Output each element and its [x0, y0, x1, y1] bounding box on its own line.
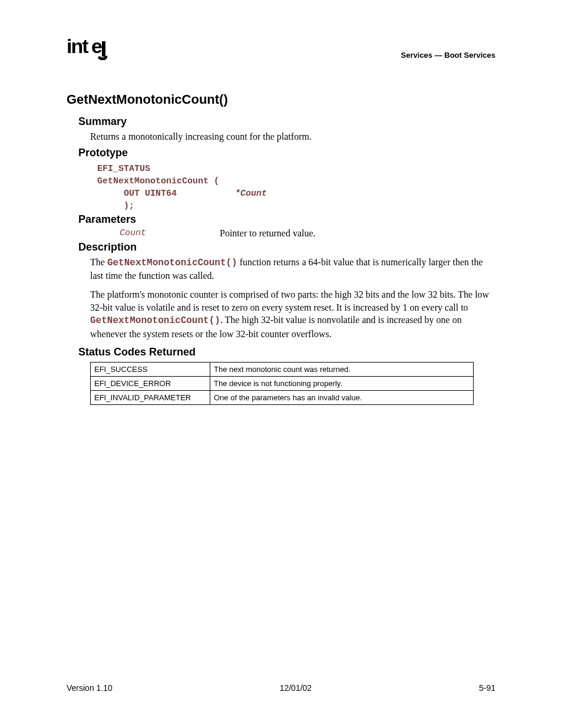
page-header: int e Services — Boot Services: [67, 37, 495, 62]
svg-text:e: e: [91, 37, 102, 57]
text-run: The: [90, 257, 107, 267]
status-code: EFI_INVALID_PARAMETER: [91, 391, 210, 405]
table-row: EFI_DEVICE_ERROR The device is not funct…: [91, 377, 474, 391]
text-run: The platform's monotonic counter is comp…: [90, 289, 489, 312]
inline-code: GetNextMonotonicCount(): [107, 258, 237, 268]
intel-logo: int e: [67, 37, 108, 62]
code-line: );: [97, 201, 134, 211]
prototype-code: EFI_STATUS GetNextMonotonicCount ( OUT U…: [97, 163, 495, 212]
summary-heading: Summary: [78, 116, 495, 128]
parameter-name: Count: [120, 228, 220, 239]
inline-code: GetNextMonotonicCount(): [90, 315, 220, 326]
table-row: EFI_SUCCESS The next monotonic count was…: [91, 363, 474, 377]
status-codes-table: EFI_SUCCESS The next monotonic count was…: [90, 362, 474, 405]
parameter-desc: Pointer to returned value.: [220, 228, 316, 239]
code-param: *Count: [235, 189, 267, 199]
status-desc: The device is not functioning properly.: [210, 377, 474, 391]
code-line: EFI_STATUS: [97, 164, 150, 174]
status-heading: Status Codes Returned: [78, 346, 495, 358]
code-line: OUT UINT64: [97, 189, 235, 199]
parameters-heading: Parameters: [78, 213, 495, 226]
footer-page: 5-91: [479, 683, 495, 693]
page-footer: Version 1.10 12/01/02 5-91: [67, 683, 495, 693]
breadcrumb: Services — Boot Services: [401, 37, 495, 60]
parameter-row: Count Pointer to returned value.: [120, 228, 495, 239]
status-code: EFI_SUCCESS: [91, 363, 210, 377]
description-p2: The platform's monotonic counter is comp…: [90, 288, 495, 340]
description-p1: The GetNextMonotonicCount() function ret…: [90, 256, 495, 282]
code-line: GetNextMonotonicCount (: [97, 176, 219, 186]
footer-version: Version 1.10: [67, 683, 113, 693]
page-title: GetNextMonotonicCount(): [67, 92, 495, 107]
status-code: EFI_DEVICE_ERROR: [91, 377, 210, 391]
svg-rect-2: [102, 41, 105, 57]
svg-text:int: int: [67, 37, 88, 57]
status-desc: One of the parameters has an invalid val…: [210, 391, 474, 405]
footer-date: 12/01/02: [280, 683, 312, 693]
description-heading: Description: [78, 241, 495, 253]
status-desc: The next monotonic count was returned.: [210, 363, 474, 377]
summary-text: Returns a monotonically increasing count…: [90, 130, 495, 143]
prototype-heading: Prototype: [78, 147, 495, 159]
table-row: EFI_INVALID_PARAMETER One of the paramet…: [91, 391, 474, 405]
